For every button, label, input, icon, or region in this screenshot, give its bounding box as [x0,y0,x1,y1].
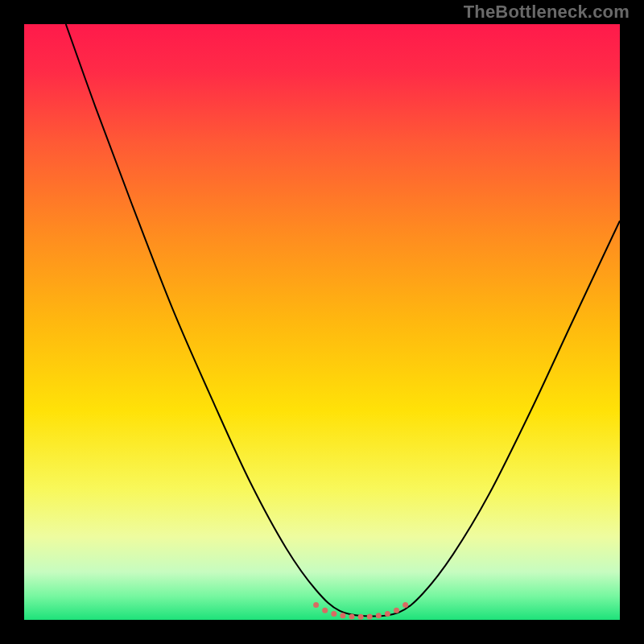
sweet-spot-dot [340,613,345,618]
chart-frame: TheBottleneck.com [0,0,644,644]
sweet-spot-dot [349,613,355,619]
sweet-spot-dot [394,608,399,613]
plot-background [24,24,620,620]
sweet-spot-dot [331,611,336,617]
sweet-spot-dot [376,613,382,618]
sweet-spot-dot [322,608,328,613]
sweet-spot-dot [358,614,364,620]
sweet-spot-dot [385,611,390,617]
sweet-spot-dot [367,613,373,619]
sweet-spot-dot [313,602,319,608]
sweet-spot-dot [402,602,408,608]
bottleneck-chart [0,0,644,644]
watermark-text: TheBottleneck.com [464,2,630,23]
